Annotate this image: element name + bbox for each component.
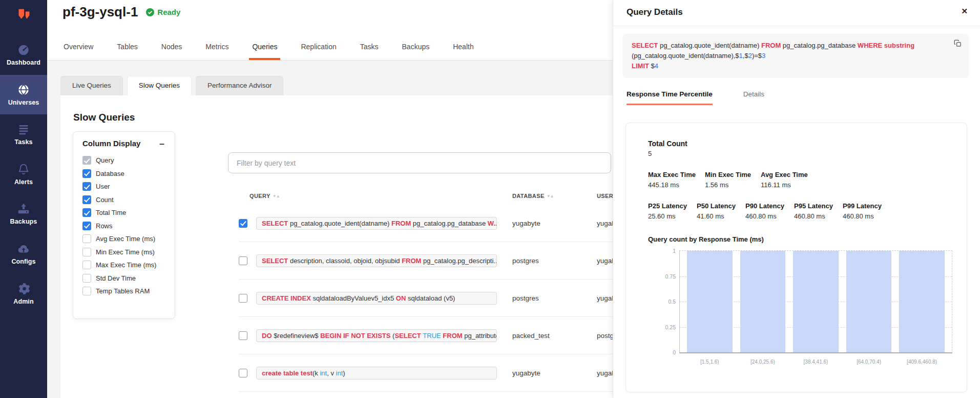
copy-icon[interactable] [954,39,962,50]
queries-subtab-bar: Live QueriesSlow QueriesPerformance Advi… [60,76,283,95]
y-tick-label: 0 [652,349,676,355]
bar [740,251,786,352]
sidebar-item-admin[interactable]: Admin [0,274,47,313]
row-checkbox[interactable] [239,256,247,265]
row-checkbox[interactable] [239,219,247,228]
tab-tables[interactable]: Tables [116,36,138,60]
tab-tasks[interactable]: Tasks [359,36,380,60]
column-option-query[interactable]: Query [82,154,165,167]
query-text-chip[interactable]: SELECT description, classoid, objoid, ob… [256,254,497,267]
database-cell: postgres [512,257,597,265]
detail-tab-details[interactable]: Details [743,90,764,105]
column-option-max-exec-time-ms[interactable]: Max Exec Time (ms) [82,258,165,272]
tab-health[interactable]: Health [452,36,474,60]
database-cell: yugabyte [512,220,597,227]
detail-tab-response-time-percentile[interactable]: Response Time Percentile [627,90,713,105]
column-option-std-dev-time[interactable]: Std Dev Time [82,272,165,285]
check-circle-icon [146,8,154,16]
column-option-label: Min Exec Time (ms) [96,248,155,256]
stat-avg-exec-time: Avg Exec Time116.11 ms [761,171,808,189]
column-option-label: User [96,183,110,190]
subtab-slow-queries[interactable]: Slow Queries [127,76,192,95]
stat-p90-latency: P90 Latency460.80 ms [745,202,785,220]
stat-value: 445.18 ms [648,181,696,189]
checkbox [82,222,91,230]
cloud-icon [17,242,30,255]
sidebar-item-dashboard[interactable]: Dashboard [0,35,47,74]
query-text-chip[interactable]: SELECT pg_catalog.quote_ident(datname) F… [256,217,497,230]
column-option-count[interactable]: Count [82,193,165,207]
row-checkbox[interactable] [239,331,247,340]
stat-value: 116.11 ms [761,181,808,189]
list-icon [17,123,30,136]
column-option-label: Query [96,156,114,164]
subtab-live-queries[interactable]: Live Queries [60,76,123,95]
stat-label: Max Exec Time [648,171,696,178]
stat-value: 25.60 ms [648,212,687,220]
response-time-bar-chart: 00.250.50.751[1.5,1.6)[24.0,25.6)[38.4,4… [679,250,952,353]
column-header-database[interactable]: DATABASE▼▲ [512,193,597,199]
tab-nodes[interactable]: Nodes [160,36,183,60]
query-text-chip[interactable]: DO $redefineview$ BEGIN IF NOT EXISTS (S… [256,329,497,342]
status-badge: Ready [146,8,180,16]
column-option-total-time[interactable]: Total Time [82,206,165,220]
sql-line: LIMIT $4 [632,61,946,71]
bar-slot: [24.0,25.6) [740,251,786,352]
close-icon[interactable]: ✕ [961,7,968,16]
stat-min-exec-time: Min Exec Time1.56 ms [705,171,752,189]
sort-icon: ▼▲ [547,194,554,198]
column-option-temp-tables-ram[interactable]: Temp Tables RAM [82,285,165,298]
sidebar-item-universes[interactable]: Universes [0,75,47,114]
query-text-chip[interactable]: create table test(k int, v int) [256,367,497,380]
tab-backups[interactable]: Backups [401,36,431,60]
column-option-label: Temp Tables RAM [96,287,150,295]
bar-slot: [64.0,70.4) [846,251,892,352]
stat-label: Avg Exec Time [761,171,808,178]
sidebar-item-alerts[interactable]: Alerts [0,154,47,194]
row-checkbox[interactable] [239,369,247,377]
tab-metrics[interactable]: Metrics [204,36,230,60]
stat-label: P90 Latency [745,202,785,210]
sql-line: SELECT pg_catalog.quote_ident(datname) F… [632,41,946,51]
column-option-avg-exec-time-ms[interactable]: Avg Exec Time (ms) [82,232,165,246]
sidebar-item-backups[interactable]: Backups [0,194,47,233]
backup-icon [17,202,30,215]
bar [793,251,839,352]
sidebar-item-label: Backups [10,218,37,225]
x-tick-label: [409.6,460.8) [907,359,937,365]
column-display-options: QueryDatabaseUserCountTotal TimeRowsAvg … [82,154,165,298]
y-tick-label: 0.75 [652,273,676,280]
column-display-card: Column Display – QueryDatabaseUserCountT… [73,131,175,319]
yugabyte-logo-icon[interactable] [0,0,47,31]
total-count-value: 5 [648,150,967,157]
query-filter-input[interactable] [228,152,611,173]
tab-queries[interactable]: Queries [251,36,278,60]
stat-p99-latency: P99 Latency460.80 ms [843,202,882,220]
subtab-performance-advisor[interactable]: Performance Advisor [196,76,283,95]
page-title: pf-3g-ysql-1 [62,4,138,20]
percentile-card: Total Count 5 Max Exec Time445.18 msMin … [625,123,967,392]
checkbox [82,195,91,204]
query-details-panel: Query Details ✕ SELECT pg_catalog.quote_… [613,0,980,398]
row-checkbox[interactable] [239,294,247,303]
column-header-label: DATABASE [512,193,545,199]
column-option-rows[interactable]: Rows [82,220,165,233]
bar [846,251,892,352]
collapse-icon[interactable]: – [158,141,165,146]
tab-overview[interactable]: Overview [62,36,94,60]
main-tab-bar: OverviewTablesNodesMetricsQueriesReplica… [62,36,475,60]
column-option-label: Max Exec Time (ms) [96,261,156,269]
column-option-min-exec-time-ms[interactable]: Min Exec Time (ms) [82,246,165,259]
column-header-label: QUERY [249,193,270,199]
tab-replication[interactable]: Replication [300,36,337,60]
query-cell: DO $redefineview$ BEGIN IF NOT EXISTS (S… [256,329,512,342]
column-option-user[interactable]: User [82,180,165,193]
column-header-query[interactable]: QUERY▼▲ [249,193,512,199]
sidebar-item-configs[interactable]: Configs [0,234,47,273]
checkbox [82,156,91,165]
column-option-label: Rows [96,222,113,230]
sidebar: DashboardUniversesTasksAlertsBackupsConf… [0,0,47,398]
column-option-database[interactable]: Database [82,167,165,181]
query-text-chip[interactable]: CREATE INDEX sqldataloadByValuev5_idx5 O… [256,292,497,305]
sidebar-item-tasks[interactable]: Tasks [0,114,47,154]
